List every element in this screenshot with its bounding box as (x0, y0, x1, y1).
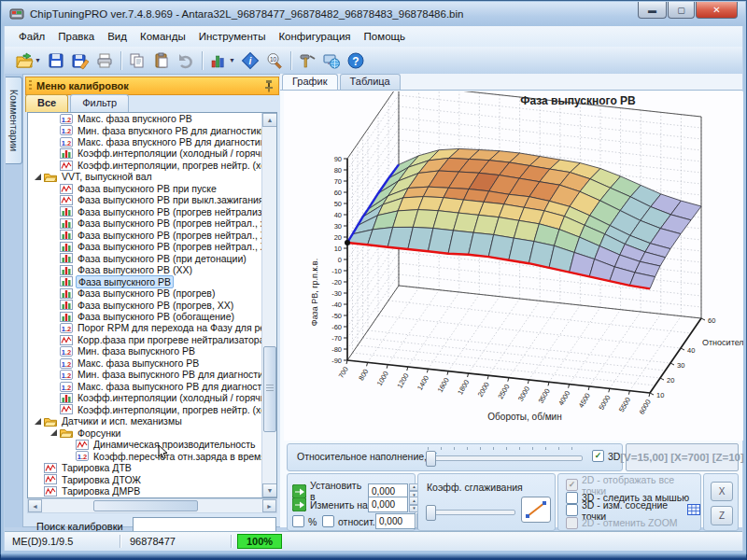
checkbox-percent[interactable] (292, 515, 304, 527)
scrollbar-thumb[interactable] (263, 346, 276, 432)
slider-thumb[interactable] (426, 451, 436, 467)
tree-item[interactable]: Коэфф.интерполяции (холодный / горячий ) (28, 147, 262, 159)
tree-item[interactable]: Корр.фаза при прогреве нейтрализатора (28, 334, 262, 345)
tree-item[interactable]: 1.2Мин. фаза выпускного РВ (28, 345, 262, 357)
tree-item[interactable]: Фаза выпускного РВ (прогрев, XX) (28, 300, 262, 311)
tree-item[interactable]: Фаза выпускного РВ при пуске (28, 183, 262, 194)
z-axis-button[interactable]: Z (711, 506, 733, 525)
slider-thumb[interactable] (426, 505, 436, 521)
tree-folder[interactable]: VVT, выпускной вал (28, 171, 262, 182)
open-file-button[interactable] (12, 49, 36, 72)
open-file-dropdown-icon[interactable]: ▼ (35, 57, 41, 63)
tree-item[interactable]: Динамическая производительность (28, 439, 262, 450)
compare-maps-dropdown-icon[interactable]: ▼ (229, 57, 235, 63)
tree-item[interactable]: Коэфф.интерполяции (холодный / горячий ) (28, 392, 262, 403)
menu-item-3[interactable]: Команды (134, 28, 192, 45)
tab-filter[interactable]: Фильтр (70, 94, 129, 112)
tree-vertical-scrollbar[interactable]: ▲ ▼ (261, 113, 276, 497)
grid-icon[interactable] (687, 502, 700, 519)
tree-item[interactable]: 1.2Мин. фаза впускного РВ для диагностик… (28, 124, 262, 135)
expander-icon[interactable] (35, 418, 41, 425)
help-button[interactable]: ? (344, 49, 368, 72)
menu-item-6[interactable]: Помощь (358, 28, 412, 45)
interpolate-button[interactable] (521, 497, 551, 523)
checkbox[interactable] (566, 517, 578, 529)
tab-table[interactable]: Таблица (340, 74, 401, 90)
maximize-button[interactable]: ▢ (668, 2, 695, 19)
tree-item[interactable]: Фаза выпускного РВ при выкл.зажигания (28, 194, 262, 205)
smoothing-slider[interactable] (426, 504, 515, 519)
tree-item[interactable]: 1.2Макс. фаза впускного РВ (28, 113, 262, 124)
tree-item[interactable]: Фаза выпускного РВ (прогрев нейтрал., хо… (28, 217, 262, 229)
tree-folder[interactable]: Датчики и исп. механизмы (28, 415, 262, 427)
menu-item-1[interactable]: Правка (51, 28, 101, 45)
tree-item[interactable]: Коэфф.интерполяции, прогрев нейтр. (холо… (28, 404, 262, 415)
tree-item[interactable]: 1.2Коэфф.пересчета отн.заряда в время вп… (28, 451, 262, 462)
view-option-0[interactable]: 2D - отображать все точки (566, 479, 700, 491)
checkbox[interactable] (566, 492, 578, 504)
save-file-as-button[interactable] (68, 49, 92, 72)
save-file-button[interactable] (44, 49, 68, 72)
tree-item[interactable]: Тарировка ДТОЖ (28, 474, 262, 485)
surface-chart[interactable]: 9080706050403020100-10-20-30-40-50-60-70… (284, 91, 743, 441)
tree-item[interactable]: Фаза выпускного РВ (прогрев нейтрал., XX… (28, 241, 262, 252)
paste-button[interactable] (149, 49, 174, 72)
tree-item[interactable]: Тарировка ДМРВ (28, 485, 262, 497)
scrollbar-thumb[interactable] (93, 500, 198, 511)
menu-item-2[interactable]: Вид (101, 28, 134, 45)
x-axis-button[interactable]: X (711, 482, 733, 501)
tree-item[interactable]: Коэфф.интерполяции, прогрев нейтр. (холо… (28, 160, 262, 171)
menu-item-5[interactable]: Конфигурация (272, 28, 357, 45)
checkbox-relative[interactable] (322, 515, 334, 527)
minimize-button[interactable]: ▬ (638, 2, 667, 19)
zoom-percent-button[interactable]: 10 (262, 49, 287, 72)
tree-folder[interactable]: Форсунки (28, 427, 262, 439)
checkbox-3d[interactable] (592, 450, 604, 462)
checkbox[interactable] (566, 479, 578, 491)
menu-item-4[interactable]: Инструменты (192, 28, 273, 45)
tree-item[interactable]: Фаза выпускного РВ (XX) (28, 264, 262, 275)
tree-item[interactable]: 1.2Макс. фаза выпускного РВ (28, 357, 262, 369)
checkbox[interactable] (566, 504, 578, 516)
change-value-input[interactable]: 0,000 (368, 497, 408, 512)
comments-tab[interactable]: Комментарии (6, 77, 22, 164)
info-button[interactable]: i (238, 49, 262, 72)
view-option-3[interactable]: 2D - отменить ZOOM (566, 517, 678, 529)
tab-chart[interactable]: График (282, 74, 338, 90)
relative-value-input[interactable]: 0,000 (375, 513, 416, 529)
scroll-left-icon[interactable]: ◄ (28, 499, 42, 512)
tree-item[interactable]: 1.2Макс. фаза выпускного РВ для диагност… (28, 381, 262, 392)
tab-all[interactable]: Все (25, 94, 68, 112)
tree-item[interactable]: Фаза выпускного РВ (прогрев нейтрализато… (28, 206, 262, 217)
scroll-right-icon[interactable]: ► (262, 499, 276, 512)
tree-horizontal-scrollbar[interactable]: ◄ ► (27, 498, 277, 513)
network-button[interactable] (319, 49, 344, 72)
load-slider[interactable] (426, 450, 583, 465)
tree-item[interactable]: 1.2Порог RPM для перехода на Фазу для ре… (28, 322, 262, 333)
title-bar[interactable]: ChipTuningPRO ver.7.4.8.969 - Antara32L_… (2, 2, 745, 26)
menu-item-0[interactable]: Файл (12, 28, 51, 45)
tree-item[interactable]: 1.2Мин. фаза выпускного РВ для диагности… (28, 369, 262, 380)
tree-item[interactable]: Фаза выпускного РВ (прогрев) (28, 287, 262, 299)
copy-button[interactable] (125, 49, 149, 72)
tree-item[interactable]: Фаза выпускного РВ (28, 276, 262, 287)
tools-button[interactable] (295, 49, 319, 72)
tree-item[interactable]: Фаза выпускного РВ (обогащение) (28, 311, 262, 322)
pin-icon[interactable] (263, 79, 275, 92)
tree-item[interactable]: 1.2Макс. фаза впускного РВ для диагности… (28, 136, 262, 147)
apply-change-button[interactable] (292, 497, 306, 511)
expander-icon[interactable] (35, 174, 41, 180)
close-button[interactable]: ✕ (696, 2, 738, 19)
scroll-down-icon[interactable]: ▼ (262, 483, 277, 497)
print-button[interactable] (92, 49, 117, 72)
tree-item[interactable]: Фаза выпускного РВ (при детонации) (28, 253, 262, 264)
scroll-up-icon[interactable]: ▲ (262, 113, 277, 127)
expander-icon[interactable] (50, 429, 57, 436)
undo-button[interactable] (174, 49, 198, 72)
view-option-2[interactable]: 3D - изм. соседние точки (566, 504, 700, 516)
tree-item[interactable]: Фаза выпускного РВ (прогрев нейтрал., XX… (28, 230, 262, 241)
drag-grip[interactable] (29, 80, 32, 91)
compare-maps-button[interactable] (206, 49, 231, 72)
tree-item[interactable]: Тарировка ДТВ (28, 462, 262, 473)
calibration-panel-header[interactable]: Меню калибровок (25, 77, 279, 95)
